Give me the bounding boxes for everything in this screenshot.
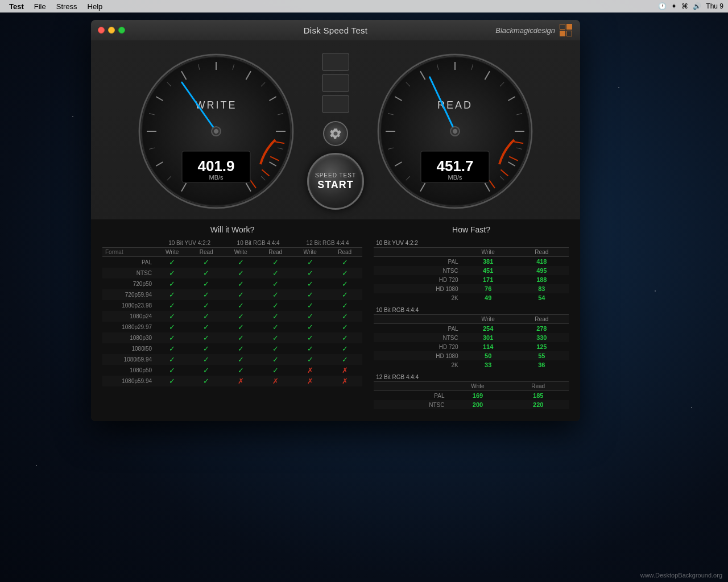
check-cell: ✓ [155, 343, 189, 354]
how-fast-table: 10 Bit RGB 4:4:4 Write Read PAL 254 278 … [374, 306, 569, 369]
volume-icon: 🔊 [693, 2, 701, 10]
will-it-work-header: Will it Work? [102, 225, 362, 234]
format-box-2[interactable] [322, 74, 349, 92]
menu-help[interactable]: Help [83, 2, 107, 11]
rgb12-write-col: Write [293, 248, 327, 257]
yuv-write-col: Write [155, 248, 189, 257]
check-cell: ✓ [258, 343, 293, 354]
how-fast-content: 10 Bit YUV 4:2:2 Write Read PAL 381 418 … [374, 239, 569, 409]
format-cell: 2K [374, 293, 462, 302]
how-fast-table: 12 Bit RGB 4:4:4 Write Read PAL 169 185 … [374, 373, 569, 409]
write-gauge: WRITE 401.9 MB/s [136, 52, 296, 211]
clock-display: Thu 9 [706, 2, 723, 10]
start-label-line2: START [317, 179, 354, 191]
check-cell: ✓ [293, 311, 327, 322]
format-cell: HD 1080 [374, 284, 462, 293]
table-row: PAL 169 185 [374, 391, 569, 401]
start-button[interactable]: SPEED TEST START [307, 153, 364, 210]
format-cell: NTSC [374, 266, 462, 275]
table-row: NTSC 200 220 [374, 400, 569, 409]
format-th [374, 315, 462, 324]
yuv422-header: 10 Bit YUV 4:2:2 [155, 239, 224, 248]
rgb10-read-col: Read [258, 248, 293, 257]
minimize-button[interactable] [108, 27, 115, 34]
format-cell: 1080p50 [102, 365, 155, 376]
read-cell: 125 [515, 342, 569, 351]
check-cell: ✓ [327, 311, 362, 322]
read-cell: 495 [515, 266, 569, 275]
bluetooth-icon: ✦ [671, 2, 677, 10]
menu-file[interactable]: File [30, 2, 51, 11]
check-cell: ✗ [293, 365, 327, 376]
check-cell: ✓ [327, 300, 362, 311]
format-cell: PAL [374, 391, 448, 401]
read-cell: 188 [515, 275, 569, 284]
check-cell: ✓ [293, 332, 327, 343]
check-cell: ✓ [189, 343, 224, 354]
format-cell: HD 720 [374, 275, 462, 284]
bmd-sq4 [566, 31, 572, 36]
check-cell: ✓ [155, 300, 189, 311]
format-box-3[interactable] [322, 95, 349, 113]
check-cell: ✓ [224, 354, 258, 365]
check-cell: ✓ [155, 365, 189, 376]
check-cell: ✓ [258, 257, 293, 268]
format-cell: 1080p59.94 [102, 376, 155, 386]
format-th [374, 382, 448, 391]
read-gauge-svg: READ 451.7 MB/s [375, 52, 535, 211]
write-th: Write [462, 315, 515, 324]
settings-button[interactable] [323, 121, 348, 146]
menu-test[interactable]: Test [5, 2, 28, 11]
menu-stress[interactable]: Stress [52, 2, 82, 11]
format-cell: 1080p29.97 [102, 322, 155, 332]
check-cell: ✓ [189, 365, 224, 376]
write-cell: 451 [462, 266, 515, 275]
table-row: NTSC ✓✓ ✓✓ ✓✓ [102, 268, 362, 278]
format-cell: HD 1080 [374, 351, 462, 360]
check-cell: ✓ [258, 354, 293, 365]
will-it-work-table: 10 Bit YUV 4:2:2 10 Bit RGB 4:4:4 12 Bit… [102, 239, 362, 386]
format-cell: 1080i59.94 [102, 354, 155, 365]
how-fast-header: How Fast? [374, 225, 569, 234]
check-cell: ✓ [155, 278, 189, 289]
check-cell: ✓ [189, 376, 224, 386]
bmd-sq2 [566, 24, 572, 30]
check-cell: ✓ [258, 332, 293, 343]
table-row: HD 720 171 188 [374, 275, 569, 284]
rgb444-12-header: 12 Bit RGB 4:4:4 [293, 239, 362, 248]
close-button[interactable] [98, 27, 105, 34]
table-row: HD 1080 76 83 [374, 284, 569, 293]
brand-icon [560, 24, 572, 36]
format-cell: 1080p24 [102, 311, 155, 322]
write-cell: 33 [462, 360, 515, 369]
read-cell: 278 [515, 324, 569, 334]
check-cell: ✓ [155, 376, 189, 386]
check-cell: ✓ [224, 322, 258, 332]
check-cell: ✓ [224, 300, 258, 311]
read-cell: 55 [515, 351, 569, 360]
format-cell: 2K [374, 360, 462, 369]
read-gauge: READ 451.7 MB/s [375, 52, 535, 211]
check-cell: ✓ [258, 289, 293, 300]
check-cell: ✗ [327, 376, 362, 386]
format-cell: PAL [374, 257, 462, 267]
write-cell: 76 [462, 284, 515, 293]
check-cell: ✓ [327, 343, 362, 354]
check-cell: ✓ [293, 322, 327, 332]
check-cell: ✓ [155, 257, 189, 268]
write-cell: 254 [462, 324, 515, 334]
check-cell: ✓ [327, 354, 362, 365]
maximize-button[interactable] [118, 27, 125, 34]
format-box-1[interactable] [322, 53, 349, 71]
how-fast-panel: How Fast? 10 Bit YUV 4:2:2 Write Read PA… [374, 225, 569, 413]
check-cell: ✓ [155, 268, 189, 278]
format-cell: HD 720 [374, 342, 462, 351]
format-cell: 1080i50 [102, 343, 155, 354]
menu-bar: Test File Stress Help 🕐 ✦ ⌘ 🔊 Thu 9 [0, 0, 728, 13]
check-cell: ✓ [189, 311, 224, 322]
check-cell: ✓ [293, 289, 327, 300]
check-cell: ✓ [327, 278, 362, 289]
check-cell: ✓ [224, 332, 258, 343]
check-cell: ✓ [224, 268, 258, 278]
write-cell: 49 [462, 293, 515, 302]
